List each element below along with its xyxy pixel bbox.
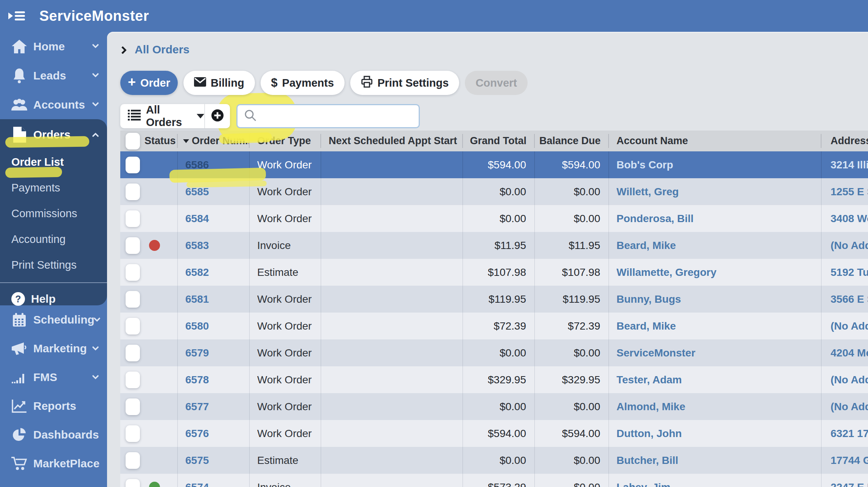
table-row[interactable]: 6583 Invoice $11.95 $11.95 Beard, Mike (… bbox=[120, 232, 868, 259]
order-number-link[interactable]: 6583 bbox=[185, 240, 209, 252]
payments-button[interactable]: $ Payments bbox=[261, 71, 345, 95]
address-link[interactable]: 2247 E B bbox=[831, 481, 868, 487]
address-link[interactable]: 4204 Me bbox=[831, 347, 868, 359]
account-link[interactable]: Beard, Mike bbox=[616, 240, 676, 252]
row-checkbox[interactable] bbox=[126, 372, 140, 388]
account-link[interactable]: Bunny, Bugs bbox=[616, 293, 681, 305]
view-selector[interactable]: All Orders bbox=[120, 104, 204, 129]
column-header-order-number[interactable]: Order Num... bbox=[178, 131, 250, 151]
address-link[interactable]: 3408 Wo bbox=[831, 213, 868, 225]
address-link[interactable]: 1255 E S bbox=[831, 186, 868, 198]
order-number-link[interactable]: 6579 bbox=[185, 347, 209, 359]
column-header-balance-due[interactable]: Balance Due bbox=[535, 131, 609, 151]
sidebar-item-home[interactable]: Home bbox=[0, 32, 107, 61]
order-number-link[interactable]: 6581 bbox=[185, 293, 209, 305]
table-row[interactable]: 6586 Work Order $594.00 $594.00 Bob's Co… bbox=[120, 151, 868, 178]
order-number-link[interactable]: 6582 bbox=[185, 266, 209, 279]
order-number-link[interactable]: 6574 bbox=[185, 481, 209, 487]
address-link[interactable]: 17744 G bbox=[831, 454, 868, 467]
table-row[interactable]: 6575 Estimate $0.00 $0.00 Butcher, Bill … bbox=[120, 447, 868, 474]
sidebar-item-accounts[interactable]: Accounts bbox=[0, 90, 107, 119]
row-checkbox[interactable] bbox=[126, 237, 140, 254]
sidebar-subitem-print-settings[interactable]: Print Settings bbox=[0, 252, 107, 278]
row-checkbox[interactable] bbox=[126, 398, 140, 415]
collapse-sidebar-icon[interactable] bbox=[8, 9, 28, 23]
row-checkbox[interactable] bbox=[126, 184, 140, 200]
account-link[interactable]: Lahey, Jim bbox=[616, 481, 671, 487]
add-order-button[interactable]: + Order bbox=[120, 71, 178, 95]
account-link[interactable]: Ponderosa, Bill bbox=[616, 213, 694, 225]
account-link[interactable]: Almond, Mike bbox=[616, 401, 685, 413]
table-row[interactable]: 6582 Estimate $107.98 $107.98 Willamette… bbox=[120, 259, 868, 286]
sidebar-item-reports[interactable]: Reports bbox=[0, 392, 107, 420]
order-number-link[interactable]: 6576 bbox=[185, 428, 209, 440]
print-settings-button[interactable]: Print Settings bbox=[350, 71, 460, 95]
account-link[interactable]: Tester, Adam bbox=[616, 374, 682, 386]
account-link[interactable]: Butcher, Bill bbox=[616, 454, 678, 467]
address-link[interactable]: (No Add bbox=[831, 320, 868, 332]
account-link[interactable]: Bob's Corp bbox=[616, 159, 673, 171]
row-checkbox[interactable] bbox=[126, 291, 140, 308]
sidebar-item-orders[interactable]: Orders bbox=[0, 120, 107, 149]
sidebar-item-leads[interactable]: Leads bbox=[0, 61, 107, 90]
row-checkbox[interactable] bbox=[126, 318, 140, 335]
sidebar-subitem-payments[interactable]: Payments bbox=[0, 175, 107, 201]
add-view-button[interactable] bbox=[205, 109, 230, 124]
table-row[interactable]: 6580 Work Order $72.39 $72.39 Beard, Mik… bbox=[120, 313, 868, 339]
account-link[interactable]: Willett, Greg bbox=[616, 186, 679, 198]
address-link[interactable]: 6321 17 bbox=[831, 428, 868, 440]
address-link[interactable]: (No Add bbox=[831, 374, 868, 386]
row-checkbox[interactable] bbox=[126, 264, 140, 281]
sidebar-item-fms[interactable]: FMS bbox=[0, 363, 107, 392]
breadcrumb-all-orders[interactable]: All Orders bbox=[135, 43, 189, 56]
column-header-next-appt[interactable]: Next Scheduled Appt Start bbox=[321, 131, 463, 151]
column-header-grand-total[interactable]: Grand Total bbox=[463, 131, 535, 151]
account-link[interactable]: ServiceMonster bbox=[616, 347, 696, 359]
table-row[interactable]: 6579 Work Order $0.00 $0.00 ServiceMonst… bbox=[120, 339, 868, 366]
sidebar-subitem-accounting[interactable]: Accounting bbox=[0, 226, 107, 252]
row-checkbox[interactable] bbox=[126, 452, 140, 469]
search-input[interactable] bbox=[261, 105, 419, 127]
table-row[interactable]: 6584 Work Order $0.00 $0.00 Ponderosa, B… bbox=[120, 205, 868, 232]
address-link[interactable]: 3566 E S bbox=[831, 293, 868, 305]
column-header-status[interactable]: Status bbox=[120, 131, 178, 151]
column-header-order-type[interactable]: Order Type bbox=[250, 131, 321, 151]
table-row[interactable]: 6576 Work Order $594.00 $594.00 Dutton, … bbox=[120, 420, 868, 447]
account-link[interactable]: Dutton, John bbox=[616, 428, 682, 440]
row-checkbox[interactable] bbox=[126, 157, 140, 173]
column-header-address[interactable]: Address1 bbox=[821, 131, 868, 151]
table-row[interactable]: 6578 Work Order $329.95 $329.95 Tester, … bbox=[120, 366, 868, 393]
select-all-checkbox[interactable] bbox=[126, 133, 140, 149]
order-number-link[interactable]: 6580 bbox=[185, 320, 209, 332]
table-row[interactable]: 6585 Work Order $0.00 $0.00 Willett, Gre… bbox=[120, 178, 868, 205]
row-checkbox[interactable] bbox=[126, 210, 140, 227]
account-link[interactable]: Willamette, Gregory bbox=[616, 266, 716, 279]
order-number-link[interactable]: 6584 bbox=[185, 213, 209, 225]
convert-button[interactable]: Convert bbox=[465, 71, 528, 95]
order-number-link[interactable]: 6586 bbox=[185, 159, 209, 171]
sidebar-item-scheduling[interactable]: Scheduling bbox=[0, 305, 107, 334]
table-row[interactable]: 6577 Work Order $0.00 $0.00 Almond, Mike… bbox=[120, 393, 868, 420]
column-header-account-name[interactable]: Account Name bbox=[609, 131, 821, 151]
sidebar-item-marketplace[interactable]: MarketPlace bbox=[0, 449, 107, 478]
address-link[interactable]: (No Add bbox=[831, 240, 868, 252]
row-checkbox[interactable] bbox=[126, 479, 140, 487]
sidebar-subitem-order-list[interactable]: Order List bbox=[0, 149, 107, 175]
address-link[interactable]: (No Add bbox=[831, 401, 868, 413]
order-number-link[interactable]: 6577 bbox=[185, 401, 209, 413]
order-number-link[interactable]: 6575 bbox=[185, 454, 209, 467]
order-number-link[interactable]: 6578 bbox=[185, 374, 209, 386]
row-checkbox[interactable] bbox=[126, 345, 140, 361]
table-row[interactable]: 6581 Work Order $119.95 $119.95 Bunny, B… bbox=[120, 286, 868, 313]
billing-button[interactable]: Billing bbox=[183, 71, 255, 95]
chevron-right-icon[interactable] bbox=[119, 46, 127, 54]
sidebar-item-marketing[interactable]: Marketing bbox=[0, 334, 107, 363]
address-link[interactable]: 5192 Tu bbox=[831, 266, 868, 279]
sidebar-item-dashboards[interactable]: Dashboards bbox=[0, 420, 107, 449]
sidebar-subitem-commissions[interactable]: Commissions bbox=[0, 201, 107, 226]
order-number-link[interactable]: 6585 bbox=[185, 186, 209, 198]
row-checkbox[interactable] bbox=[126, 425, 140, 442]
account-link[interactable]: Beard, Mike bbox=[616, 320, 676, 332]
address-link[interactable]: 3214 Illi bbox=[831, 159, 868, 171]
table-row[interactable]: 6574 Invoice $573.29 $0.00 Lahey, Jim 22… bbox=[120, 474, 868, 487]
